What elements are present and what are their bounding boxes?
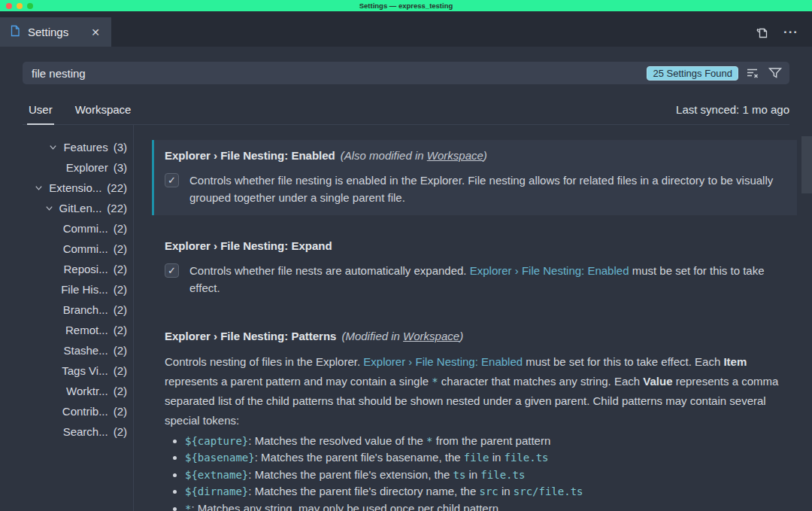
toc-item-reposi[interactable]: Reposi...(2) [0,259,133,279]
tab-bar: Settings ✕ ··· [0,11,812,47]
workspace-link[interactable]: Workspace [403,330,459,342]
workspace-link[interactable]: Workspace [427,149,483,162]
zoom-window-button[interactable] [27,3,33,9]
toc-item-stashe[interactable]: Stashe...(2) [0,340,133,360]
toc-item-features[interactable]: Features(3) [0,137,133,157]
toc-item-remot[interactable]: Remot...(2) [0,320,133,340]
toc-item-label: Worktr... [66,385,108,397]
setting-title: Explorer › File Nesting: Expand [165,239,786,252]
filter-icon[interactable] [767,65,783,81]
setting-row[interactable]: Explorer › File Nesting: Enabled(Also mo… [152,140,797,215]
clear-filters-icon[interactable] [744,65,761,81]
tab-user[interactable]: User [27,97,54,125]
toc-item-search[interactable]: Search...(2) [0,421,133,442]
pattern-token-item: ${basename}: Matches the parent file's b… [185,449,786,466]
toc-item-label: Branch... [63,303,108,316]
text-segment: ${capture} [185,435,248,447]
toc-item-label: Reposi... [63,263,108,275]
text-segment: file [464,452,489,464]
last-synced-label: Last synced: 1 mo ago [676,103,789,124]
text-segment: : Matches the parent file's basename, th… [255,451,464,464]
window-title: Settings — express_testing [0,2,812,10]
text-segment: * [426,435,432,447]
setting-reference-link[interactable]: Explorer › File Nesting: Enabled [470,264,629,277]
setting-row[interactable]: Explorer › File Nesting: Patterns(Modifi… [152,321,797,511]
text-segment: from the parent pattern [433,434,551,447]
toc-item-count: (2) [114,242,127,255]
more-actions-icon[interactable]: ··· [783,25,798,40]
chevron-down-icon[interactable] [44,203,54,213]
text-segment: : Matches the parent file's directory na… [248,485,479,497]
setting-body: ✓Controls whether file nesting is enable… [165,172,786,206]
toc-item-branch[interactable]: Branch...(2) [0,300,133,320]
pattern-token-item: ${extname}: Matches the parent file's ex… [185,467,786,483]
toc-item-filehis[interactable]: File His...(2) [0,279,133,300]
open-settings-json-icon[interactable] [753,24,770,41]
text-segment: : Matches the parent file's extension, t… [248,468,453,481]
modified-note: (Modified in Workspace) [341,330,463,342]
titlebar: Settings — express_testing [0,0,812,11]
toc-item-count: (2) [114,283,127,296]
setting-title: Explorer › File Nesting: Patterns(Modifi… [165,330,786,342]
text-segment: : Matches any string, may only be used o… [191,502,498,511]
tab-label: Settings [28,26,82,38]
text-segment: ${basename} [185,452,255,464]
setting-checkbox[interactable]: ✓ [165,173,179,187]
toc-item-label: File His... [61,283,108,296]
toc-item-tagsvi[interactable]: Tags Vi...(2) [0,360,133,381]
toc-item-contrib[interactable]: Contrib...(2) [0,401,133,421]
text-segment: Value [643,375,672,388]
scope-row: User Workspace Last synced: 1 mo ago [23,95,789,125]
settings-search-input[interactable] [32,67,641,80]
pattern-token-item: ${capture}: Matches the resolved value o… [185,433,786,449]
setting-description: Controls nesting of files in the Explore… [165,352,786,430]
toc-item-count: (2) [114,385,127,397]
toc-item-count: (2) [114,425,127,438]
text-segment: ) [483,149,487,162]
setting-reference-link[interactable]: Explorer › File Nesting: Enabled [363,355,523,368]
toc-item-commi[interactable]: Commi...(2) [0,239,133,259]
text-segment: ${extname} [185,469,248,481]
settings-header: 25 Settings Found User Workspace Last sy… [0,47,812,125]
setting-checkbox[interactable]: ✓ [165,263,179,278]
tab-close-icon[interactable]: ✕ [89,26,102,39]
text-segment: Controls whether file nesting is enabled… [189,174,773,204]
tab-workspace[interactable]: Workspace [74,97,133,125]
text-segment: (Modified in [341,330,403,342]
text-segment: * [432,376,438,388]
toc-item-commi[interactable]: Commi...(2) [0,218,133,239]
toc-item-count: (2) [114,324,127,336]
text-segment: in [498,485,514,497]
scrollbar-thumb[interactable] [801,136,812,193]
text-segment: in [465,468,480,481]
toc-item-count: (2) [114,364,127,377]
toc-item-worktr[interactable]: Worktr...(2) [0,381,133,401]
toc-item-count: (2) [114,303,127,316]
toc-item-label: Explorer [66,161,108,174]
setting-description: Controls whether file nests are automati… [189,262,786,297]
toc-item-gitlen[interactable]: GitLen...(22) [0,198,133,218]
toc-item-explorer[interactable]: Explorer(3) [0,157,133,178]
close-window-button[interactable] [6,3,12,9]
toc-item-extensio[interactable]: Extensio...(22) [0,178,133,198]
text-segment: ${dirname} [185,485,248,497]
text-segment: ts [453,469,465,481]
setting-row[interactable]: Explorer › File Nesting: Expand✓Controls… [152,230,797,306]
text-segment: ) [459,330,463,342]
toc-item-count: (2) [114,222,127,235]
minimize-window-button[interactable] [17,3,23,9]
toc-item-count: (2) [114,405,127,418]
modified-note: (Also modified in Workspace) [341,149,487,162]
toc-item-count: (3) [114,161,127,174]
toc-item-label: Extensio... [49,181,102,194]
toc-item-label: Stashe... [63,344,108,357]
chevron-down-icon[interactable] [48,142,58,152]
toc-item-label: Commi... [63,222,108,235]
setting-category: Explorer › File Nesting: [165,239,291,252]
pattern-tokens-list: ${capture}: Matches the resolved value o… [165,433,786,511]
toc-item-label: Features [63,141,108,154]
pattern-token-item: ${dirname}: Matches the parent file's di… [185,483,786,500]
toc-item-count: (2) [114,344,127,357]
tab-settings[interactable]: Settings ✕ [0,17,111,47]
chevron-down-icon[interactable] [34,183,44,193]
